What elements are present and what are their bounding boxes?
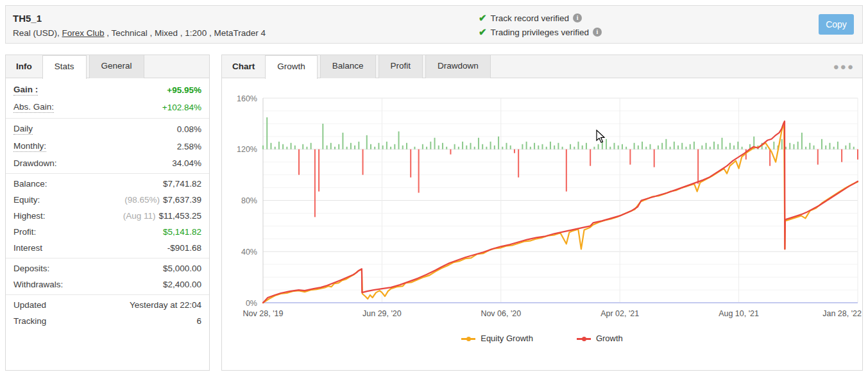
checkmark-icon: ✔ xyxy=(479,12,487,24)
stat-value: 34.04% xyxy=(172,158,201,168)
info-icon[interactable]: i xyxy=(593,28,602,37)
checkmark-icon: ✔ xyxy=(479,26,487,38)
stat-value-group: $7,741.82 xyxy=(163,179,201,189)
stat-group: Daily0.08%Monthly:2.58%Drawdown:34.04% xyxy=(6,118,209,173)
stat-row: Abs. Gain:+102.84% xyxy=(6,99,209,116)
stat-value-group: -$901.68 xyxy=(167,243,201,253)
legend-label: Growth xyxy=(596,334,623,343)
stat-row: Profit:$5,141.82 xyxy=(6,224,209,240)
track-record-verified-row: ✔ Track record verified i xyxy=(479,11,602,25)
stat-value: +95.95% xyxy=(167,85,201,95)
stat-value-group: 2.58% xyxy=(177,142,201,151)
tab-stats[interactable]: Stats xyxy=(42,55,87,79)
account-type: Real (USD), xyxy=(13,28,62,38)
stat-value-group: Yesterday at 22:04 xyxy=(130,300,201,310)
legend-line-icon xyxy=(461,338,475,340)
svg-text:160%: 160% xyxy=(237,94,257,103)
svg-text:Nov 06, '20: Nov 06, '20 xyxy=(481,309,521,318)
broker-link[interactable]: Forex Club xyxy=(62,28,105,38)
stat-label: Drawdown: xyxy=(13,158,57,168)
legend-label: Equity Growth xyxy=(481,334,533,343)
tab-growth[interactable]: Growth xyxy=(265,55,318,79)
stat-value: +102.84% xyxy=(162,103,201,112)
stat-label: Daily xyxy=(13,124,33,135)
account-subtitle: Real (USD), Forex Club , Technical , Mix… xyxy=(13,28,266,38)
chart-tabbar: ChartGrowthBalanceProfitDrawdown ●●● xyxy=(222,55,862,78)
stat-row: UpdatedYesterday at 22:04 xyxy=(6,297,209,313)
growth-chart-svg: 0%40%80%120%160%Nov 28, '19Jun 29, '20No… xyxy=(222,78,862,370)
stat-group: Deposits:$5,000.00Withdrawals:$2,400.00 xyxy=(6,258,209,294)
stat-value: 0.08% xyxy=(177,124,201,134)
stat-row: Gain :+95.95% xyxy=(6,81,209,99)
legend-item[interactable]: Growth xyxy=(577,334,623,343)
stat-label: Balance: xyxy=(13,179,47,189)
stat-value: $7,741.82 xyxy=(163,179,201,189)
track-record-verified-label: Track record verified xyxy=(491,13,570,23)
stat-hint: (Aug 11) xyxy=(123,211,156,221)
stat-group: Balance:$7,741.82Equity:(98.65%)$7,637.3… xyxy=(6,173,209,258)
stat-group: UpdatedYesterday at 22:04Tracking6 xyxy=(6,294,209,331)
stats-tabbar: InfoStatsGeneral xyxy=(6,55,209,78)
stat-label: Highest: xyxy=(13,211,46,221)
copy-button[interactable]: Copy xyxy=(819,14,854,35)
stat-value: Yesterday at 22:04 xyxy=(130,300,201,310)
stat-row: Daily0.08% xyxy=(6,121,209,138)
tab-general[interactable]: General xyxy=(89,55,144,78)
stat-row: Tracking6 xyxy=(6,313,209,329)
svg-text:40%: 40% xyxy=(241,248,257,257)
growth-chart: 0%40%80%120%160%Nov 28, '19Jun 29, '20No… xyxy=(222,78,862,370)
stat-value: $2,400.00 xyxy=(163,280,201,289)
svg-text:Jun 29, '20: Jun 29, '20 xyxy=(362,309,402,318)
stat-value: 2.58% xyxy=(177,142,201,151)
account-details: , Technical , Mixed , 1:200 , MetaTrader… xyxy=(105,28,266,38)
stat-label: Profit: xyxy=(13,227,36,237)
tab-info[interactable]: Info xyxy=(6,55,42,78)
stats-list: Gain :+95.95%Abs. Gain:+102.84%Daily0.08… xyxy=(6,78,209,332)
svg-text:120%: 120% xyxy=(237,145,257,154)
stat-row: Drawdown:34.04% xyxy=(6,155,209,171)
stat-value-group: 34.04% xyxy=(172,158,201,168)
stat-row: Highest:(Aug 11)$11,453.25 xyxy=(6,208,209,224)
stat-value-group: (Aug 11)$11,453.25 xyxy=(123,211,201,221)
info-icon[interactable]: i xyxy=(573,13,582,22)
stat-label: Deposits: xyxy=(13,264,49,273)
stat-value: $5,141.82 xyxy=(163,227,201,237)
tab-drawdown[interactable]: Drawdown xyxy=(425,55,491,78)
svg-text:Nov 28, '19: Nov 28, '19 xyxy=(243,309,284,318)
account-header: TH5_1 Real (USD), Forex Club , Technical… xyxy=(5,5,863,44)
trading-privileges-verified-row: ✔ Trading privileges verified i xyxy=(479,25,602,39)
stat-label: Withdrawals: xyxy=(13,280,63,289)
tab-balance[interactable]: Balance xyxy=(320,55,376,78)
trading-privileges-verified-label: Trading privileges verified xyxy=(491,28,589,37)
stat-value-group: $5,000.00 xyxy=(163,264,201,273)
svg-text:Aug 10, '21: Aug 10, '21 xyxy=(719,309,759,318)
stat-row: Monthly:2.58% xyxy=(6,138,209,155)
stat-label: Equity: xyxy=(13,195,40,205)
stat-value-group: (98.65%)$7,637.39 xyxy=(124,195,201,205)
stat-value: 6 xyxy=(196,316,201,326)
legend-item[interactable]: Equity Growth xyxy=(461,334,533,343)
stat-value-group: +95.95% xyxy=(167,85,201,95)
tab-profit[interactable]: Profit xyxy=(379,55,423,78)
svg-text:80%: 80% xyxy=(241,196,257,205)
legend-line-icon xyxy=(577,338,591,340)
stat-label: Abs. Gain: xyxy=(13,102,54,113)
stats-panel: InfoStatsGeneral Gain :+95.95%Abs. Gain:… xyxy=(5,55,210,371)
account-title: TH5_1 xyxy=(13,13,42,24)
stat-group: Gain :+95.95%Abs. Gain:+102.84% xyxy=(6,80,209,118)
chart-panel-title: Chart xyxy=(222,55,265,78)
stat-value: $5,000.00 xyxy=(163,264,201,273)
stat-label: Gain : xyxy=(13,85,38,96)
stat-value: -$901.68 xyxy=(167,243,201,253)
svg-text:Jan 28, '22: Jan 28, '22 xyxy=(822,309,862,318)
stat-value: $7,637.39 xyxy=(163,195,201,205)
chart-options-menu-icon[interactable]: ●●● xyxy=(833,61,855,72)
stat-row: Withdrawals:$2,400.00 xyxy=(6,276,209,292)
stat-value-group: +102.84% xyxy=(162,103,201,112)
stat-label: Monthly: xyxy=(13,141,46,152)
verified-block: ✔ Track record verified i ✔ Trading priv… xyxy=(479,11,602,39)
svg-text:Apr 02, '21: Apr 02, '21 xyxy=(600,309,639,318)
stat-value-group: $5,141.82 xyxy=(163,227,201,237)
stat-row: Balance:$7,741.82 xyxy=(6,176,209,192)
stat-row: Interest-$901.68 xyxy=(6,240,209,256)
